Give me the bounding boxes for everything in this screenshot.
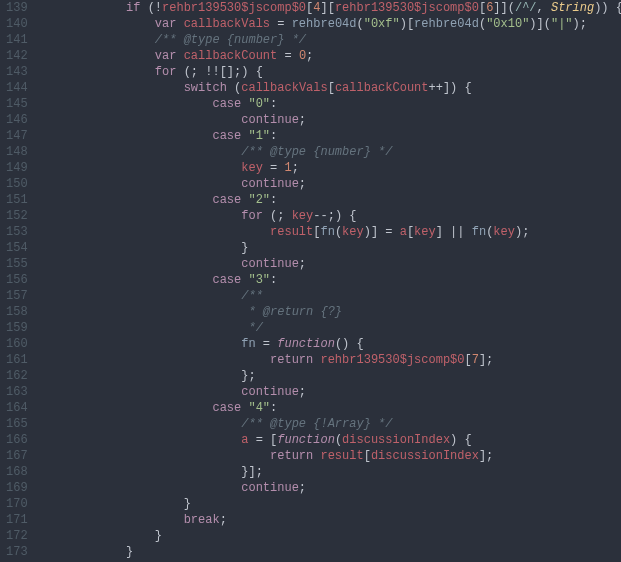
token-plain: [40, 321, 249, 335]
token-plain: (!: [140, 1, 162, 15]
code-line[interactable]: case "0":: [40, 96, 621, 112]
token-str: "|": [551, 17, 573, 31]
token-plain: }: [40, 497, 191, 511]
token-plain: )] =: [364, 225, 400, 239]
token-plain: = [: [248, 433, 277, 447]
token-var: rehbr139530$jscomp$0: [320, 353, 464, 367]
line-number: 158: [6, 304, 28, 320]
token-typ: String: [551, 1, 594, 15]
code-line[interactable]: fn = function() {: [40, 336, 621, 352]
code-line[interactable]: var callbackVals = rehbre04d("0xf")[rehb…: [40, 16, 621, 32]
code-line[interactable]: case "3":: [40, 272, 621, 288]
token-regex: /^/: [515, 1, 537, 15]
token-plain: (;: [263, 209, 292, 223]
line-number: 168: [6, 464, 28, 480]
code-line[interactable]: break;: [40, 512, 621, 528]
token-kw: continue: [241, 385, 299, 399]
token-str: "1": [248, 129, 270, 143]
line-number: 161: [6, 352, 28, 368]
code-line[interactable]: */: [40, 320, 621, 336]
token-plain: [40, 113, 242, 127]
token-plain: ;: [299, 113, 306, 127]
code-line[interactable]: /**: [40, 288, 621, 304]
code-line[interactable]: continue;: [40, 256, 621, 272]
token-plain: [40, 161, 242, 175]
token-plain: =: [256, 337, 278, 351]
code-line[interactable]: };: [40, 368, 621, 384]
code-line[interactable]: if (!rehbr139530$jscomp$0[4][rehbr139530…: [40, 0, 621, 16]
line-number: 142: [6, 48, 28, 64]
token-plain: =: [277, 49, 299, 63]
token-plain: =: [263, 161, 285, 175]
code-line[interactable]: continue;: [40, 176, 621, 192]
line-number: 162: [6, 368, 28, 384]
token-plain: )[: [400, 17, 414, 31]
token-plain: ;: [306, 49, 313, 63]
line-number: 144: [6, 80, 28, 96]
code-line[interactable]: for (; !![];) {: [40, 64, 621, 80]
token-plain: [40, 177, 242, 191]
token-fn: fn: [472, 225, 486, 239]
token-plain: ;: [299, 177, 306, 191]
token-plain: [40, 289, 242, 303]
token-plain: :: [270, 193, 277, 207]
token-var: rehbr139530$jscomp$0: [162, 1, 306, 15]
line-number: 169: [6, 480, 28, 496]
code-line[interactable]: /** @type {!Array} */: [40, 416, 621, 432]
token-plain: [40, 97, 213, 111]
token-plain: [176, 17, 183, 31]
token-kw: case: [212, 129, 241, 143]
line-number: 163: [6, 384, 28, 400]
code-line[interactable]: case "2":: [40, 192, 621, 208]
token-var: key: [342, 225, 364, 239]
code-line[interactable]: continue;: [40, 480, 621, 496]
code-line[interactable]: switch (callbackVals[callbackCount++]) {: [40, 80, 621, 96]
code-line[interactable]: key = 1;: [40, 160, 621, 176]
token-plain: ) {: [450, 433, 472, 447]
line-number: 140: [6, 16, 28, 32]
token-kw: return: [270, 449, 313, 463]
code-line[interactable]: * @return {?}: [40, 304, 621, 320]
token-plain: [40, 449, 270, 463]
token-kw: continue: [241, 177, 299, 191]
token-plain: () {: [335, 337, 364, 351]
code-line[interactable]: continue;: [40, 112, 621, 128]
line-number: 148: [6, 144, 28, 160]
code-line[interactable]: }: [40, 528, 621, 544]
code-line[interactable]: a = [function(discussionIndex) {: [40, 432, 621, 448]
code-line[interactable]: return result[discussionIndex];: [40, 448, 621, 464]
line-number: 151: [6, 192, 28, 208]
token-str: "2": [248, 193, 270, 207]
code-line[interactable]: for (; key--;) {: [40, 208, 621, 224]
token-plain: [176, 49, 183, 63]
token-plain: (: [356, 17, 363, 31]
token-plain: --;) {: [313, 209, 356, 223]
code-line[interactable]: var callbackCount = 0;: [40, 48, 621, 64]
token-plain: [40, 433, 242, 447]
code-line[interactable]: /** @type {number} */: [40, 32, 621, 48]
code-line[interactable]: }];: [40, 464, 621, 480]
token-plain: ] ||: [436, 225, 472, 239]
line-number: 146: [6, 112, 28, 128]
code-line[interactable]: }: [40, 544, 621, 560]
token-var: a: [400, 225, 407, 239]
token-plain: ;: [292, 161, 299, 175]
code-line[interactable]: /** @type {number} */: [40, 144, 621, 160]
line-number: 164: [6, 400, 28, 416]
code-line[interactable]: }: [40, 496, 621, 512]
code-line[interactable]: result[fn(key)] = a[key] || fn(key);: [40, 224, 621, 240]
token-com: * @return {?}: [248, 305, 342, 319]
token-plain: [40, 385, 242, 399]
token-kw: case: [212, 193, 241, 207]
token-kw: case: [212, 97, 241, 111]
token-plain: [40, 353, 270, 367]
code-line[interactable]: return rehbr139530$jscomp$0[7];: [40, 352, 621, 368]
token-plain: };: [40, 369, 256, 383]
code-area[interactable]: if (!rehbr139530$jscomp$0[4][rehbr139530…: [40, 0, 621, 562]
code-line[interactable]: }: [40, 240, 621, 256]
token-plain: =: [270, 17, 292, 31]
code-line[interactable]: case "4":: [40, 400, 621, 416]
token-plain: :: [270, 129, 277, 143]
code-line[interactable]: case "1":: [40, 128, 621, 144]
code-line[interactable]: continue;: [40, 384, 621, 400]
